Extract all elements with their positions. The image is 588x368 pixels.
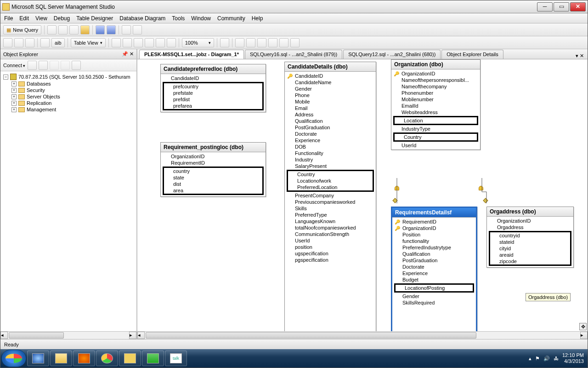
table-column[interactable]: Email	[285, 105, 376, 111]
tree-node[interactable]: +Security	[11, 87, 134, 93]
toolbar-icon[interactable]	[14, 38, 23, 47]
collapse-icon[interactable]: −	[3, 75, 8, 80]
table-column[interactable]: Experience	[285, 137, 376, 144]
table-column[interactable]: ugspecification	[285, 250, 376, 257]
table-column[interactable]: Budget	[392, 276, 476, 283]
table-column[interactable]: 🔑CandidateID	[285, 73, 376, 79]
menu-table-designer[interactable]: Table Designer	[76, 15, 113, 22]
table-column[interactable]: IndustryType	[391, 126, 480, 132]
table-column[interactable]: Position	[392, 231, 476, 238]
table-column[interactable]: country	[164, 168, 262, 174]
tray-flag-icon[interactable]: ⚑	[535, 356, 540, 362]
table-column[interactable]: 🔑OrganizationID	[391, 70, 480, 77]
table-column[interactable]: CommunicationStrength	[285, 231, 376, 237]
save-icon[interactable]	[96, 25, 105, 34]
table-column[interactable]: UserId	[391, 142, 480, 149]
table-column[interactable]: Country	[395, 134, 477, 140]
tab-diagram[interactable]: PLESK-MSSQL1.set...jobz - Diagram_1*	[139, 50, 244, 59]
table-column[interactable]: OrganizationID	[161, 153, 266, 160]
tab-dropdown-icon[interactable]: ▾ ✕	[574, 53, 586, 59]
toolbar-icon[interactable]	[290, 38, 300, 47]
toolbar-icon[interactable]	[112, 38, 121, 47]
zoom-dropdown[interactable]: 100%	[182, 38, 214, 47]
table-column[interactable]: zipcode	[490, 258, 570, 264]
table-requirementsdetails[interactable]: RequirementsDetailsf 🔑RequirementID🔑Orga…	[391, 207, 477, 331]
table-column[interactable]: cityid	[490, 245, 570, 252]
table-column[interactable]: countryid	[490, 232, 570, 239]
table-orgaddress[interactable]: Orgaddress (dbo) OrganizationIDOrgaddres…	[486, 207, 574, 268]
table-column[interactable]: PostGraduation	[285, 124, 376, 131]
table-candidatedetails[interactable]: CandidateDetails (dbo) 🔑CandidateIDCandi…	[284, 62, 376, 331]
table-column[interactable]: Gender	[392, 293, 476, 299]
toolbar-icon[interactable]	[39, 61, 48, 70]
table-column[interactable]: totalNoofcompaniesworked	[285, 224, 376, 231]
toolbar-icon[interactable]	[268, 38, 277, 47]
toolbar-icon[interactable]	[246, 38, 255, 47]
table-column[interactable]: area	[164, 187, 262, 194]
table-title[interactable]: Organization (dbo)	[391, 60, 480, 69]
table-column[interactable]: Gender	[285, 86, 376, 92]
table-column[interactable]: PreferredLocation	[288, 184, 373, 190]
table-column[interactable]: UserId	[285, 237, 376, 244]
sidebar-hscroll[interactable]: ◂ ▸	[0, 331, 136, 339]
toolbar-icon[interactable]	[122, 25, 131, 34]
table-column[interactable]: PostGraduation	[392, 257, 476, 264]
save-all-icon[interactable]	[107, 25, 116, 34]
filter-icon[interactable]	[61, 61, 70, 70]
toolbar-icon[interactable]	[69, 25, 79, 34]
toolbar-icon[interactable]	[50, 61, 59, 70]
toolbar-icon[interactable]	[28, 61, 37, 70]
table-column[interactable]: Qualification	[285, 118, 376, 124]
taskbar-explorer-icon[interactable]	[50, 351, 72, 366]
table-title[interactable]: Requirement_postingloc (dbo)	[161, 143, 266, 152]
minimize-button[interactable]: ─	[537, 2, 553, 12]
toolbar-icon[interactable]	[47, 25, 57, 34]
menu-debug[interactable]: Debug	[54, 15, 70, 22]
table-title[interactable]: Orgaddress (dbo)	[487, 207, 573, 217]
expand-icon[interactable]: +	[11, 88, 17, 93]
table-title[interactable]: CandidateDetails (dbo)	[285, 62, 376, 72]
table-column[interactable]: prefdist	[164, 96, 262, 103]
tray-volume-icon[interactable]: 🔊	[543, 356, 550, 362]
menu-help[interactable]: Help	[252, 15, 263, 22]
table-column[interactable]: Phonenumber	[391, 90, 480, 96]
table-column[interactable]: Locationofwork	[288, 178, 373, 184]
maximize-button[interactable]: ▭	[554, 2, 569, 12]
toolbar-icon[interactable]	[123, 38, 132, 47]
tree-node[interactable]: +Server Objects	[11, 93, 134, 100]
table-requirement-postingloc[interactable]: Requirement_postingloc (dbo) Organizatio…	[160, 142, 266, 197]
table-column[interactable]: dist	[164, 181, 262, 187]
table-column[interactable]: Industry	[285, 156, 376, 163]
start-button[interactable]	[1, 350, 26, 367]
table-column[interactable]: functionality	[392, 238, 476, 244]
table-column[interactable]: Qualification	[392, 251, 476, 257]
table-title[interactable]: Candidatepreferredloc (dbo)	[161, 64, 266, 74]
table-column[interactable]: Skills	[285, 205, 376, 212]
open-icon[interactable]	[80, 25, 90, 34]
tree-node[interactable]: +Databases	[11, 80, 134, 87]
table-column[interactable]: OrganizationID	[487, 218, 573, 224]
tab-query16[interactable]: SQLQuery16.sql - ...an2_Shalini (879))	[245, 50, 342, 59]
table-column[interactable]: position	[285, 244, 376, 250]
table-column[interactable]: PresentCompany	[285, 192, 376, 199]
object-explorer-tree[interactable]: − 70.87.28.215 (SQL Server 10.50.2500 - …	[0, 71, 136, 331]
tab-query12[interactable]: SQLQuery12.sql - ...an2_Shalini (680))	[343, 50, 441, 59]
toolbar-icon[interactable]	[3, 38, 12, 47]
toolbar-icon[interactable]	[156, 38, 165, 47]
alb-button[interactable]: aib	[51, 38, 65, 47]
taskbar-ie-icon[interactable]	[27, 351, 49, 366]
tree-server-node[interactable]: − 70.87.28.215 (SQL Server 10.50.2500 - …	[3, 73, 134, 80]
table-column[interactable]: Functionality	[285, 150, 376, 156]
table-column[interactable]: 🔑RequirementID	[392, 218, 476, 225]
toolbar-icon[interactable]	[257, 38, 266, 47]
table-column[interactable]: Orgaddress	[487, 224, 573, 230]
table-candidatepreferredloc[interactable]: Candidatepreferredloc (dbo) CandidateIDp…	[160, 64, 266, 112]
table-column[interactable]: LanguagesKnown	[285, 218, 376, 224]
menu-database-diagram[interactable]: Database Diagram	[119, 15, 165, 22]
tab-object-explorer-details[interactable]: Object Explorer Details	[441, 50, 503, 59]
table-column[interactable]: Doctorate	[285, 131, 376, 137]
expand-icon[interactable]: +	[11, 101, 17, 106]
table-column[interactable]: LocationofPosting	[396, 285, 473, 291]
tree-node[interactable]: +Replication	[11, 100, 134, 106]
table-column[interactable]: pgspecification	[285, 257, 376, 263]
